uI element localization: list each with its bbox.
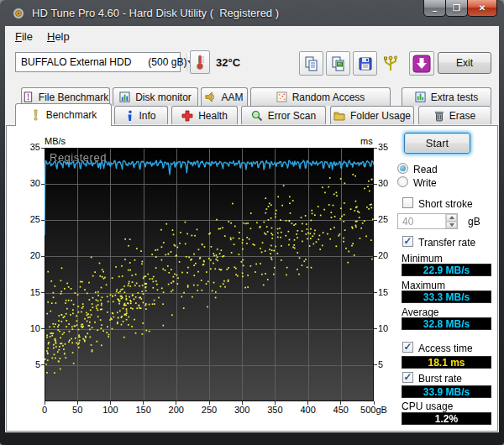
start-button-label: Start	[426, 137, 449, 149]
cpu-usage-label: CPU usage	[402, 400, 453, 412]
copy-image-button[interactable]	[326, 51, 350, 76]
separator	[391, 160, 492, 161]
x-tick-label: 100	[93, 405, 127, 415]
tab-aam[interactable]: AAM	[201, 87, 248, 106]
stroke-size-unit: gB	[468, 216, 480, 228]
x-tick-mark	[176, 401, 176, 405]
maximum-value: 33.3 MB/s	[402, 291, 491, 303]
tab-extra-tests[interactable]: Extra tests	[402, 87, 491, 106]
tab-label: Health	[198, 110, 228, 122]
chevron-up-icon	[449, 216, 454, 219]
y-tick-label-right: 35	[378, 142, 403, 152]
copy-image-icon	[330, 55, 347, 72]
minimize-icon: –	[433, 8, 438, 16]
stepper-up-button[interactable]	[446, 214, 457, 222]
x-tick-label: 450	[324, 405, 358, 415]
y-tick-label-right: 15	[378, 287, 403, 297]
tab-label: Folder Usage	[350, 110, 411, 122]
x-tick-mark	[77, 401, 78, 405]
tab-label: Erase	[449, 110, 475, 122]
x-tick-mark	[110, 401, 111, 405]
y-tick-mark	[41, 148, 45, 149]
x-tick-mark	[45, 401, 45, 405]
burst-rate-label: Burst rate	[418, 373, 462, 385]
short-stroke-checkbox[interactable]	[402, 197, 413, 208]
tab-random-access[interactable]: Random Access	[250, 87, 391, 106]
transfer-rate-checkbox[interactable]: ✓	[402, 236, 413, 247]
y-axis-left-unit: MB/s	[45, 136, 66, 146]
menu-help[interactable]: Help	[40, 29, 76, 44]
tab-label: Error Scan	[268, 110, 316, 122]
burst-rate-value: 33.9 MB/s	[402, 385, 491, 398]
radio-selected-dot	[400, 165, 406, 171]
tab-disk-monitor[interactable]: Disk monitor	[113, 87, 198, 106]
window-title: HD Tune Pro 4.60 - Hard Disk Utility ( R…	[32, 7, 279, 19]
write-radio[interactable]	[397, 176, 408, 187]
error-scan-icon	[251, 110, 263, 122]
y-tick-mark	[374, 292, 377, 293]
access-time-value: 18.1 ms	[402, 356, 491, 369]
tab-label: Benchmark	[46, 109, 97, 121]
folder-usage-icon	[333, 110, 345, 121]
save-button[interactable]	[353, 51, 377, 76]
y-tick-mark	[41, 184, 45, 185]
start-button[interactable]: Start	[404, 133, 470, 154]
y-tick-label-left: 5	[15, 359, 40, 369]
tab-erase[interactable]: Erase	[418, 106, 491, 124]
burst-rate-checkbox[interactable]: ✓	[402, 372, 413, 383]
tab-info[interactable]: Info	[114, 106, 168, 124]
access-time-checkbox[interactable]: ✓	[402, 342, 413, 353]
average-label: Average	[402, 306, 438, 318]
minimum-value: 22.9 MB/s	[402, 264, 491, 276]
title-bar[interactable]: HD Tune Pro 4.60 - Hard Disk Utility ( R…	[0, 0, 504, 26]
cpu-usage-value: 1.2%	[402, 412, 491, 425]
maximum-label: Maximum	[402, 280, 445, 291]
save-icon	[357, 55, 374, 72]
y-tick-label-right: 20	[378, 250, 403, 260]
y-tick-label-left: 10	[15, 323, 40, 333]
temperature-value: 32°C	[216, 56, 240, 69]
short-stroke-label: Short stroke	[418, 198, 473, 210]
y-tick-label-left: 30	[15, 178, 40, 188]
read-radio[interactable]	[397, 163, 408, 174]
drive-select-combobox[interactable]: BUFFALO External HDD (500 gB)	[15, 52, 181, 72]
tab-health[interactable]: Health	[171, 106, 238, 124]
stroke-size-stepper[interactable]: 40	[397, 213, 458, 229]
benchmark-icon	[30, 109, 41, 121]
y-tick-mark	[374, 220, 377, 221]
erase-icon	[434, 110, 444, 122]
x-tick-mark	[275, 401, 276, 405]
y-tick-mark	[374, 364, 377, 365]
menu-file[interactable]: File	[8, 29, 39, 44]
y-tick-mark	[374, 256, 377, 257]
download-icon	[412, 54, 432, 74]
tab-label: Info	[139, 110, 155, 122]
y-tick-mark	[41, 328, 45, 329]
speaker-icon	[205, 92, 216, 102]
x-tick-mark	[307, 401, 308, 405]
y-tick-mark	[41, 256, 45, 257]
y-axis-right-unit: ms	[360, 136, 373, 146]
stroke-size-value: 40	[398, 214, 445, 228]
exit-button[interactable]: Exit	[438, 52, 491, 74]
tab-benchmark[interactable]: Benchmark	[15, 103, 112, 126]
tab-error-scan[interactable]: Error Scan	[241, 106, 326, 124]
tab-folder-usage[interactable]: Folder Usage	[330, 106, 414, 124]
x-tick-mark	[242, 401, 243, 405]
x-tick-label: 0	[28, 405, 61, 415]
stepper-down-button[interactable]	[446, 222, 457, 229]
tab-label: Disk monitor	[135, 92, 192, 103]
minimize-button[interactable]: –	[423, 0, 446, 17]
tab-label: File Benchmark	[39, 92, 108, 103]
maximize-button[interactable]: ❐	[445, 0, 468, 17]
y-tick-label-left: 35	[15, 142, 40, 152]
temperature-button[interactable]	[190, 50, 210, 74]
close-button[interactable]: ✕	[467, 0, 497, 17]
x-tick-label: 200	[160, 405, 193, 415]
x-tick-mark	[340, 401, 341, 405]
usb-options-button[interactable]	[378, 51, 402, 76]
download-update-button[interactable]	[409, 51, 434, 76]
y-tick-mark	[374, 184, 377, 185]
copy-text-button[interactable]	[299, 51, 323, 76]
y-tick-label-right: 10	[378, 323, 403, 333]
